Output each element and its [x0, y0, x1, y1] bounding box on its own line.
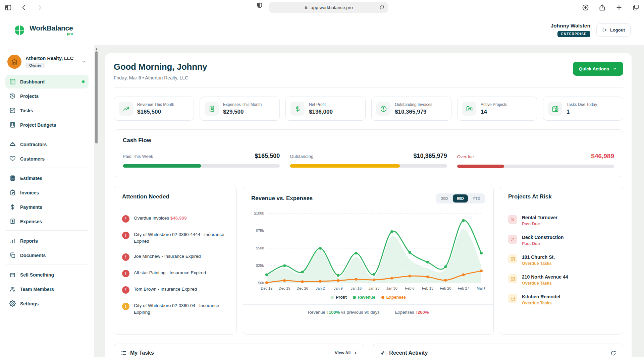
attention-item[interactable]: ! Tom Brown - Insurance Expired	[122, 286, 228, 294]
svg-text:Dec 19: Dec 19	[279, 286, 290, 290]
attention-item[interactable]: ! All-star Painting - Insurance Expired	[122, 270, 228, 277]
stat-card-expenses-this-month[interactable]: Expenses This Month $29,500	[200, 97, 280, 121]
sidebar-item-reports[interactable]: Reports	[5, 234, 89, 248]
project-at-risk-item[interactable]: Deck Construction Past Due	[508, 235, 615, 246]
sidebar-item-payments[interactable]: Payments	[5, 200, 89, 214]
sidebar-item-estimates[interactable]: Estimates	[5, 171, 89, 185]
sidebar-item-documents[interactable]: Documents	[5, 248, 89, 262]
attention-item[interactable]: ! Joe Minchew - Insurance Expired	[122, 253, 228, 261]
chevron-right-icon	[353, 351, 357, 355]
sidebar-item-expenses[interactable]: Expenses	[5, 215, 89, 228]
user-block: Johnny Walsten ENTERPRISE	[551, 23, 590, 37]
alert-badge-icon: !	[122, 303, 129, 310]
project-at-risk-item[interactable]: 210 North Avenue 44 Overdue Tasks	[508, 274, 615, 286]
cash-flow-panel: Cash Flow Paid This Week $165,500 Outsta…	[114, 129, 623, 177]
view-all-link[interactable]: View All	[335, 351, 357, 355]
sidebar-item-label: Dashboard	[20, 79, 45, 84]
sidebar-item-dashboard[interactable]: Dashboard	[5, 75, 89, 88]
svg-text:Jan 16: Jan 16	[351, 286, 362, 290]
sidebar-item-projects[interactable]: Projects	[5, 89, 89, 103]
quick-actions-button[interactable]: Quick Actions	[573, 62, 623, 76]
sidebar-item-contractors[interactable]: Contractors	[5, 137, 89, 151]
expenses-point	[283, 279, 286, 282]
stat-card-net-profit[interactable]: Net Profit $136,000	[285, 97, 366, 121]
svg-text:Jan 30: Jan 30	[386, 286, 397, 290]
tab-overview-icon[interactable]	[632, 4, 639, 11]
stat-label: Expenses This Month	[223, 102, 262, 107]
date-line: Friday, Mar 6 • Atherton Realty, LLC	[114, 75, 207, 80]
sidebar-item-customers[interactable]: Customers	[5, 152, 89, 166]
activity-pulse-icon	[380, 350, 386, 356]
logout-button[interactable]: Logout	[596, 23, 631, 37]
gear-icon	[9, 300, 16, 307]
sidebar-item-sell-something[interactable]: Sell Something	[5, 268, 89, 282]
back-icon[interactable]	[20, 4, 28, 11]
sidebar-item-team-members[interactable]: Team Members	[5, 282, 89, 296]
forward-icon[interactable]	[36, 4, 43, 11]
expenses-point	[426, 276, 429, 278]
stat-card-tasks-due-today[interactable]: Tasks Due Today 1	[543, 97, 623, 121]
task-check-icon	[511, 277, 515, 281]
sidebar-item-project-budgets[interactable]: Project Budgets	[5, 118, 89, 132]
task-list-icon	[121, 350, 127, 356]
sidebar-item-invoices[interactable]: Invoices	[5, 186, 89, 199]
cash-flow-label: Outstanding	[290, 154, 313, 159]
revenue-point	[337, 274, 339, 277]
alert-circle-icon	[380, 105, 387, 112]
sidebar-item-label: Invoices	[20, 190, 39, 195]
scroll-up-arrow[interactable]: ▲	[95, 47, 98, 50]
cash-flow-value: $10,365,979	[414, 153, 447, 160]
trend-up-icon	[122, 105, 129, 112]
scrollbar-thumb[interactable]	[95, 51, 98, 143]
stat-card-outstanding-invoices[interactable]: Outstanding Invoices $10,365,979	[371, 97, 451, 121]
cash-flow-column: Outstanding $10,365,979	[290, 153, 447, 168]
cash-flow-title: Cash Flow	[123, 137, 614, 144]
workspace-switcher[interactable]: Atherton Realty, LLC Owner	[5, 53, 89, 75]
new-tab-icon[interactable]	[615, 4, 623, 11]
attention-item[interactable]: ! City of Whitesboro 02-0360-4444 - Insu…	[122, 231, 228, 244]
project-at-risk-item[interactable]: Kitchen Remodel Overdue Tasks	[508, 294, 615, 305]
refresh-icon[interactable]	[610, 350, 616, 356]
project-name: Deck Construction	[522, 235, 564, 240]
expenses-point	[373, 279, 375, 281]
svg-text:Dec 26: Dec 26	[297, 286, 308, 290]
expenses-point	[337, 279, 339, 282]
content-scrollbar[interactable]: ▲	[94, 45, 99, 357]
sidebar-toggle-icon[interactable]	[5, 4, 12, 11]
sidebar-item-label: Customers	[20, 156, 45, 162]
calendar-clock-icon	[552, 105, 559, 112]
app-header: WorkBalance pro Johnny Walsten ENTERPRIS…	[0, 15, 644, 45]
sidebar-item-settings[interactable]: Settings	[5, 297, 89, 310]
project-status: Overdue Tasks	[522, 281, 568, 286]
progress-track	[457, 165, 614, 168]
project-at-risk-item[interactable]: Rental Turnover Past Due	[508, 215, 615, 226]
stat-card-active-projects[interactable]: Active Projects 14	[457, 97, 537, 121]
logout-label: Logout	[610, 27, 625, 33]
address-bar[interactable]: app.workbalance.pro	[269, 2, 388, 13]
privacy-shield-icon[interactable]	[256, 2, 263, 9]
project-at-risk-item[interactable]: 101 Church St. Overdue Tasks	[508, 254, 615, 266]
progress-track	[123, 164, 280, 168]
workbalance-logo[interactable]: WorkBalance pro	[13, 23, 73, 37]
range-option-ytd[interactable]: YTD	[469, 194, 484, 202]
range-option-90d[interactable]: 90D	[453, 194, 468, 202]
expenses-point	[409, 275, 411, 278]
stat-label: Net Profit	[309, 102, 333, 107]
sidebar-item-tasks[interactable]: Tasks	[5, 104, 89, 117]
sidebar-item-label: Projects	[20, 94, 39, 99]
browser-toolbar: app.workbalance.pro	[0, 0, 644, 15]
stat-card-revenue-this-month[interactable]: Revenue This Month $165,500	[114, 97, 194, 121]
share-icon[interactable]	[599, 4, 606, 11]
attention-item[interactable]: ! City of Whitesboro 02-0360-04 - Insura…	[122, 302, 228, 315]
revenue-point	[409, 251, 411, 254]
clover-logo-icon	[13, 23, 26, 37]
attention-item[interactable]: ! Overdue Invoices $46,989	[122, 215, 228, 223]
svg-text:$100k: $100k	[254, 211, 264, 215]
lock-icon	[304, 5, 308, 10]
range-option-30d[interactable]: 30D	[437, 194, 452, 202]
reload-icon[interactable]	[379, 5, 384, 10]
x-icon	[511, 217, 515, 222]
downloads-icon[interactable]	[582, 4, 589, 11]
bag-icon	[9, 272, 16, 278]
alert-badge-icon: !	[122, 253, 129, 261]
